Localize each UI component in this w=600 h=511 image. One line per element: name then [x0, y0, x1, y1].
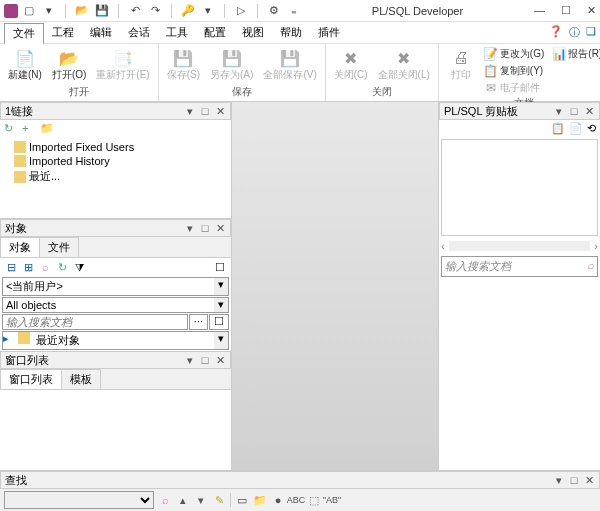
- tab-template[interactable]: 模板: [61, 369, 101, 389]
- tree-item[interactable]: Imported History: [4, 154, 227, 168]
- save-button[interactable]: 💾保存(S): [163, 46, 204, 84]
- chevron-down-icon[interactable]: ▾: [214, 278, 228, 295]
- saveall-button[interactable]: 💾全部保存(V): [259, 46, 320, 84]
- minimize-button[interactable]: —: [534, 4, 545, 17]
- qat-key-icon[interactable]: 🔑: [181, 4, 195, 18]
- connections-tree[interactable]: Imported Fixed Users Imported History 最近…: [0, 138, 231, 218]
- menu-config[interactable]: 配置: [196, 23, 234, 42]
- closeall-button[interactable]: ✖全部关闭(L): [374, 46, 434, 84]
- menu-help[interactable]: 帮助: [272, 23, 310, 42]
- qat-settings-icon[interactable]: ⚙: [267, 4, 281, 18]
- new-button[interactable]: 📄新建(N): [4, 46, 46, 84]
- saveas-button[interactable]: 💾另存为(A): [206, 46, 257, 84]
- info-icon[interactable]: ⓘ: [569, 25, 580, 40]
- add-icon[interactable]: +: [22, 122, 36, 136]
- qat-dropdown2-icon[interactable]: ▾: [201, 4, 215, 18]
- scrollbar-track[interactable]: [449, 241, 591, 251]
- tab-files[interactable]: 文件: [39, 237, 79, 257]
- help-icon[interactable]: ❓: [549, 25, 563, 40]
- close-button[interactable]: ✕: [587, 4, 596, 17]
- panel-max-icon[interactable]: □: [199, 105, 211, 117]
- collapse-icon[interactable]: ⊟: [4, 260, 18, 274]
- copyto-button[interactable]: 📋复制到(Y): [481, 63, 547, 79]
- clip-clear-icon[interactable]: ⟲: [587, 122, 596, 135]
- qat-open-icon[interactable]: 📂: [75, 4, 89, 18]
- folder-icon[interactable]: 📁: [40, 122, 54, 136]
- abc-icon[interactable]: ABC: [289, 493, 303, 507]
- close-doc-button[interactable]: ✖关闭(C): [330, 46, 372, 84]
- folder-find-icon[interactable]: 📁: [253, 493, 267, 507]
- report-button[interactable]: 📊报告(R): [549, 46, 600, 62]
- about-icon[interactable]: ❏: [586, 25, 596, 40]
- expand-icon[interactable]: ⊞: [21, 260, 35, 274]
- panel-max-icon[interactable]: □: [568, 474, 580, 486]
- refresh-icon[interactable]: ↻: [55, 260, 69, 274]
- panel-max-icon[interactable]: □: [199, 222, 211, 234]
- panel-close-icon[interactable]: ✕: [214, 105, 226, 117]
- print-button[interactable]: 🖨打印: [443, 46, 479, 84]
- toggle-icon[interactable]: ☐: [213, 260, 227, 274]
- qat-run-icon[interactable]: ▷: [234, 4, 248, 18]
- qat-more-icon[interactable]: ₌: [287, 4, 301, 18]
- panel-menu-icon[interactable]: ▾: [184, 354, 196, 366]
- tree-item[interactable]: 最近...: [4, 168, 227, 185]
- panel-close-icon[interactable]: ✕: [583, 474, 595, 486]
- tab-objects[interactable]: 对象: [0, 237, 40, 257]
- changeto-button[interactable]: 📝更改为(G): [481, 46, 547, 62]
- menu-session[interactable]: 会话: [120, 23, 158, 42]
- objects-search-input[interactable]: [2, 314, 188, 330]
- maximize-button[interactable]: ☐: [561, 4, 571, 17]
- tree-item[interactable]: Imported Fixed Users: [4, 140, 227, 154]
- clip-copy-icon[interactable]: 📋: [551, 122, 565, 135]
- search-icon[interactable]: ⌕: [587, 259, 594, 274]
- filter-icon[interactable]: ⧩: [72, 260, 86, 274]
- highlight-icon[interactable]: ✎: [212, 493, 226, 507]
- qat-undo-icon[interactable]: ↶: [128, 4, 142, 18]
- menu-plugin[interactable]: 插件: [310, 23, 348, 42]
- tab-icon[interactable]: ▭: [235, 493, 249, 507]
- find-next-icon[interactable]: ▾: [194, 493, 208, 507]
- panel-menu-icon[interactable]: ▾: [553, 474, 565, 486]
- tab-windowlist[interactable]: 窗口列表: [0, 369, 62, 389]
- find-icon[interactable]: ⌕: [158, 493, 172, 507]
- panel-close-icon[interactable]: ✕: [583, 105, 595, 117]
- ribbon-group-save: 💾保存(S) 💾另存为(A) 💾全部保存(V) 保存: [159, 44, 326, 101]
- filter-combo[interactable]: All objects▾: [2, 297, 229, 313]
- scroll-left-icon[interactable]: ‹: [441, 240, 445, 252]
- word-icon[interactable]: "AB": [325, 493, 339, 507]
- menu-tools[interactable]: 工具: [158, 23, 196, 42]
- qat-new-icon[interactable]: ▢: [22, 4, 36, 18]
- recent-combo[interactable]: ▸最近对象▾: [2, 331, 229, 350]
- menu-file[interactable]: 文件: [4, 23, 44, 45]
- refresh-icon[interactable]: ↻: [4, 122, 18, 136]
- panel-close-icon[interactable]: ✕: [214, 222, 226, 234]
- find-icon[interactable]: ⌕: [38, 260, 52, 274]
- open-button[interactable]: 📂打开(O): [48, 46, 90, 84]
- regex-icon[interactable]: ⬚: [307, 493, 321, 507]
- case-icon[interactable]: ●: [271, 493, 285, 507]
- user-combo[interactable]: <当前用户>▾: [2, 277, 229, 296]
- panel-close-icon[interactable]: ✕: [214, 354, 226, 366]
- reopen-button[interactable]: 📑重新打开(E): [92, 46, 153, 84]
- search-more-button[interactable]: ···: [189, 314, 208, 330]
- find-combo[interactable]: [4, 491, 154, 509]
- clipboard-search[interactable]: 输入搜索文档 ⌕: [441, 256, 598, 277]
- find-prev-icon[interactable]: ▴: [176, 493, 190, 507]
- panel-max-icon[interactable]: □: [568, 105, 580, 117]
- email-button[interactable]: ✉电子邮件: [481, 80, 547, 96]
- menu-edit[interactable]: 编辑: [82, 23, 120, 42]
- panel-menu-icon[interactable]: ▾: [553, 105, 565, 117]
- qat-save-icon[interactable]: 💾: [95, 4, 109, 18]
- menu-project[interactable]: 工程: [44, 23, 82, 42]
- clip-paste-icon[interactable]: 📄: [569, 122, 583, 135]
- scroll-right-icon[interactable]: ›: [594, 240, 598, 252]
- panel-max-icon[interactable]: □: [199, 354, 211, 366]
- search-toggle-button[interactable]: ☐: [209, 314, 229, 330]
- qat-redo-icon[interactable]: ↷: [148, 4, 162, 18]
- panel-menu-icon[interactable]: ▾: [184, 105, 196, 117]
- menu-view[interactable]: 视图: [234, 23, 272, 42]
- panel-menu-icon[interactable]: ▾: [184, 222, 196, 234]
- qat-dropdown-icon[interactable]: ▾: [42, 4, 56, 18]
- chevron-down-icon[interactable]: ▾: [214, 298, 228, 312]
- chevron-down-icon[interactable]: ▾: [214, 332, 228, 349]
